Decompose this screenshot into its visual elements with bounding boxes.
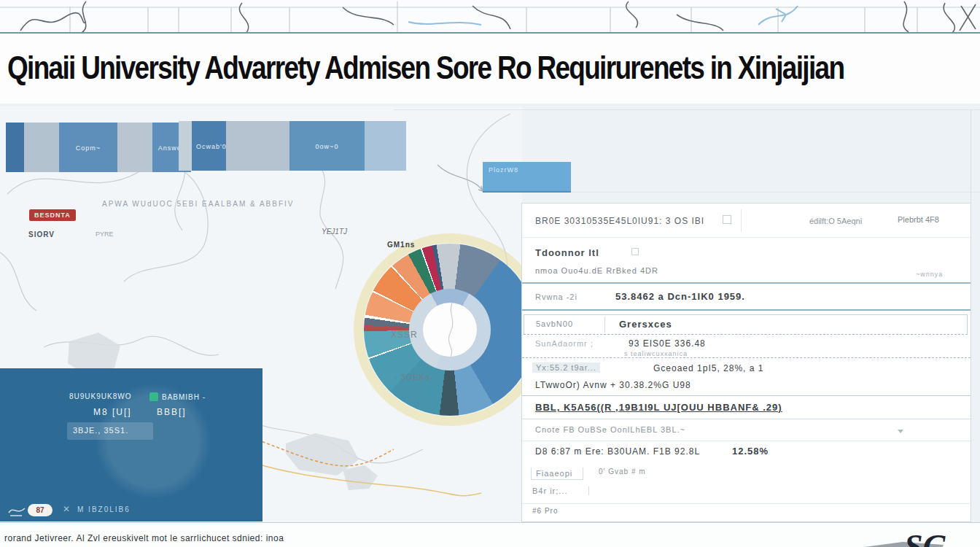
row-label: Yx:55.2 t9ar... [532,362,600,373]
tab-segment[interactable] [365,121,406,171]
legend-swatch-icon [149,392,158,401]
panel-footer-label: M IBZ0LIB6 [77,505,131,513]
top-map-band [0,0,980,34]
cell-divider [604,317,605,333]
table-row: nmoa Ouo4u.dE RrBked 4DR ~wnnya [522,266,971,284]
tab-segment[interactable] [226,121,289,171]
checkbox-outline-icon[interactable] [631,248,639,255]
badge-side-label: PYRE [96,230,114,238]
map-region-note: APWA WUdUOC 5EBI EAALBAM & ABBFIV [102,200,294,208]
card-header: BR0E 30310535E45L0IU91: 3 OS IBI édilft:… [522,203,971,238]
row-text: #6 Pro [532,507,558,515]
legend-panel: 8U9UK9UK8WO M8 [U[] BABMIBH - BBB[] 3BJE… [0,368,262,521]
row-text: Tdoonnor ltl [535,247,599,258]
map-city-label: YEJ1TJ [322,228,347,236]
donut-hole [423,303,477,357]
divider-line [971,109,971,204]
status-badge: BESDNTA [29,209,76,221]
row-side-note: ~wnnya [916,271,943,278]
donut-title: GM1ns [387,241,415,249]
tab-label: 0ow~0 [289,143,365,150]
donut-inner-label-1: XSSR [391,330,418,340]
table-row: Rvwna -2i 53.8462 a Dcn-1IK0 1959. [522,290,971,311]
title-band: Qinaii University Advarrety Admisen Sore… [0,34,980,104]
page-title: Qinaii University Advarrety Admisen Sore… [7,50,844,86]
table-row: Tdoonnor ltl [522,247,971,265]
row-value: 53.8462 a Dcn-1IK0 1959. [615,291,745,302]
row-label: 5avbN00 [536,319,573,328]
footer-logo: SC [856,529,980,547]
tab-segment-oow[interactable]: 0ow~0 [289,121,365,171]
table-row: #6 Pro [522,507,971,521]
data-card: BR0E 30310535E45L0IU91: 3 OS IBI édilft:… [521,203,971,522]
footer-bar: rorand Jetivreer. Al Zvl ereuskivelt mot… [0,522,980,547]
row-percent: 12.58% [732,446,769,457]
table-row: D8 6:87 m Ere: B30UAM. F1B 92.8L 12.58% [522,444,971,463]
tabbar-secondary: Ocwab'0 0ow~0 [179,121,406,171]
row-label: SunAdaormr ; [535,339,594,348]
row-text: nmoa Ouo4u.dE RrBked 4DR [535,266,658,275]
logo-text: SC [904,529,946,547]
chevron-down-icon[interactable] [898,430,903,433]
map-action-button-label: PlozrW8 [483,162,571,174]
tab-label: Copm~ [59,144,117,152]
row-value: Grersxces [619,319,672,330]
row-text: BBL, K5A56((R ,19B1I9L UJ[OUU HBBANF& .2… [535,402,782,413]
row-value: Gceoaed 1pI5, 28%, a 1 [653,363,763,373]
row-label[interactable]: Fiaaeopi [531,468,583,480]
legend-2-value: BBB[] [157,407,187,417]
badge-sub-label: SIORV [28,230,55,238]
panel-pill-badge[interactable]: 87 [28,504,52,516]
footer-caption: rorand Jetivreer. Al Zvl ereuskivelt mot… [4,533,284,543]
tabbar-primary: Copm~ Answev [6,123,191,172]
checkbox-outline-icon[interactable] [723,215,731,224]
tab-segment[interactable] [117,123,152,172]
tab-segment[interactable] [24,123,59,172]
row-text: LTwwoOr) Avnw + 30.38.2%G U98 [535,380,691,390]
table-row: B4r ir;... [522,485,971,504]
tab-segment[interactable] [179,121,192,171]
legend-2-title: BABMIBH - [162,393,206,401]
legend-1-title: 8U9UK9UK8WO [69,392,131,400]
card-header-col2: édilft:O 5Aeqni [770,217,901,225]
close-icon: ✕ [63,504,70,514]
table-row: BBL, K5A56((R ,19B1I9L UJ[OUU HBBANF& .2… [522,399,971,419]
tab-segment[interactable] [6,123,24,172]
card-header-col1: BR0E 30310535E45L0IU91: 3 OS IBI [535,216,704,226]
row-text[interactable]: B4r ir;... [532,486,589,495]
row-subtext: s tealiwcuxxanica [624,350,688,357]
divider-line [510,192,980,193]
table-row: Yx:55.2 t9ar... Gceoaed 1pI5, 28%, a 1 [522,361,971,377]
row-text: Cnote FB OuBSe OonlLhEBL 3BL.~ [535,425,685,434]
row-text: D8 6:87 m Ere: B30UAM. F1B 92.8L [535,446,700,457]
header-divider [741,209,742,232]
table-row: SunAdaormr ; 93 EIS0E 336.48 s tealiwcux… [522,338,971,358]
top-sketch-graphic [0,0,980,34]
scribble-icon [7,503,26,517]
card-header-col3: Plebrbt 4F8 [898,215,939,224]
row-value: 93 EIS0E 336.48 [629,338,706,349]
tab-segment-copm[interactable]: Copm~ [59,123,117,172]
row-value: 0' Gvab # m [599,468,646,476]
table-row: Cnote FB OuBSe OonlLhEBL 3BL.~ [522,422,971,441]
map-action-button[interactable]: PlozrW8 [483,162,571,193]
row-label: Rvwna -2i [535,292,578,301]
legend-note: 3BJE., 35S1. [73,426,128,435]
table-row: LTwwoOr) Avnw + 30.38.2%G U98 [522,379,971,396]
table-row: Fiaaeopi 0' Gvab # m [522,465,971,484]
legend-1-value: M8 [U[] [93,407,132,417]
tab-segment-ocwab[interactable]: Ocwab'0 [192,121,226,171]
table-row-boxed[interactable]: 5avbN00 Grersxces [524,314,968,335]
donut-inner-label-2: - 3OEKa [394,373,430,381]
